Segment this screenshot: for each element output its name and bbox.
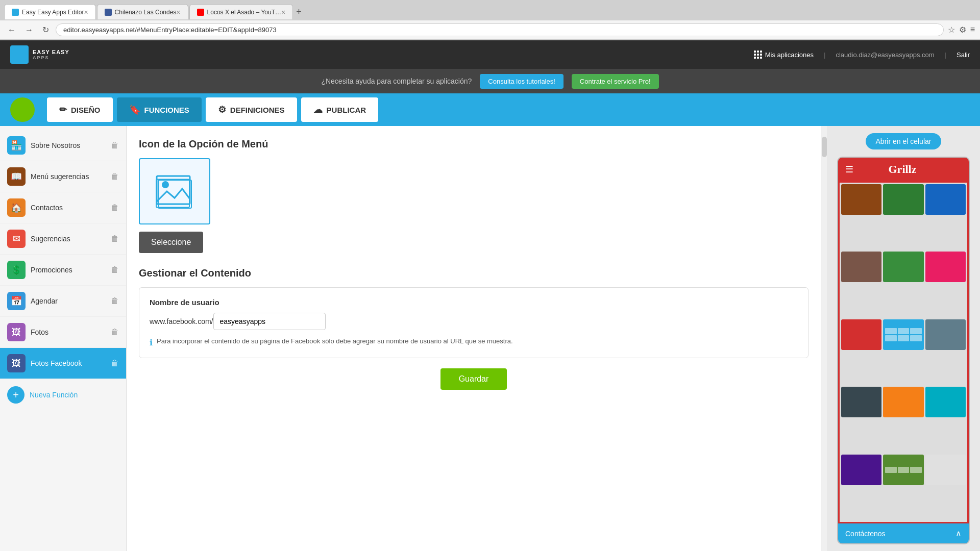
main-layout: 🏪 Sobre Nosotros 🗑 📖 Menú sugerencias 🗑 … bbox=[0, 126, 980, 551]
content-section-title: Gestionar el Contenido bbox=[139, 267, 808, 279]
username-input[interactable] bbox=[213, 313, 326, 330]
back-button[interactable]: ← bbox=[5, 24, 18, 36]
gear-icon: ⚙ bbox=[218, 104, 226, 115]
new-function-item[interactable]: + Nueva Función bbox=[0, 379, 126, 411]
browser-tab-2[interactable]: Chilenazo Las Condes × bbox=[97, 4, 188, 19]
address-input[interactable] bbox=[56, 23, 944, 36]
address-bar-row: ← → ↻ ☆ ⚙ ≡ bbox=[0, 20, 980, 40]
tab-diseno[interactable]: ✏ DISEÑO bbox=[47, 97, 113, 122]
tutorial-button[interactable]: Consulta los tutoriales! bbox=[480, 74, 564, 89]
tab-label-1: Easy Easy Apps Editor bbox=[22, 9, 84, 16]
grid-cell-6 bbox=[925, 252, 966, 282]
new-plus-icon: + bbox=[7, 386, 24, 404]
green-circle-indicator bbox=[10, 97, 35, 122]
fotos-facebook-label: Fotos Facebook bbox=[31, 359, 106, 367]
sidebar: 🏪 Sobre Nosotros 🗑 📖 Menú sugerencias 🗑 … bbox=[0, 126, 127, 551]
refresh-button[interactable]: ↻ bbox=[40, 24, 52, 36]
bookmark-icon[interactable]: ☆ bbox=[948, 25, 955, 35]
my-apps-link[interactable]: Mis aplicaciones bbox=[754, 51, 814, 59]
sidebar-item-fotos-facebook[interactable]: 🖼 Fotos Facebook 🗑 bbox=[0, 348, 126, 379]
phone-menu-icon: ☰ bbox=[845, 164, 853, 175]
browser-tab-bar: Easy Easy Apps Editor × Chilenazo Las Co… bbox=[0, 0, 980, 20]
promociones-icon: 💲 bbox=[7, 261, 26, 279]
fotos-facebook-delete[interactable]: 🗑 bbox=[111, 359, 119, 368]
browser-tab-3[interactable]: Locos X el Asado – YouT… × bbox=[189, 4, 293, 19]
new-tab-button[interactable]: + bbox=[296, 7, 302, 17]
contactos-delete[interactable]: 🗑 bbox=[111, 203, 119, 212]
logo-box bbox=[10, 45, 29, 64]
phone-preview: ☰ Grillz bbox=[837, 157, 970, 544]
agendar-delete[interactable]: 🗑 bbox=[111, 296, 119, 306]
select-icon-button[interactable]: Seleccione bbox=[139, 232, 203, 253]
logout-button[interactable]: Salir bbox=[957, 51, 970, 59]
grid-cell-5 bbox=[883, 252, 923, 282]
sidebar-item-sobre-nosotros[interactable]: 🏪 Sobre Nosotros 🗑 bbox=[0, 130, 126, 161]
phone-app-title: Grillz bbox=[889, 163, 917, 176]
phone-footer: Contáctenos ∧ bbox=[838, 523, 969, 543]
browser-tab-1[interactable]: Easy Easy Apps Editor × bbox=[4, 4, 96, 19]
tab-definiciones[interactable]: ⚙ DEFINICIONES bbox=[206, 97, 297, 122]
header-divider2: | bbox=[945, 51, 946, 59]
sidebar-item-promociones[interactable]: 💲 Promociones 🗑 bbox=[0, 255, 126, 286]
app-logo: EASY EASY APPS bbox=[10, 45, 69, 64]
open-in-phone-button[interactable]: Abrir en el celular bbox=[866, 133, 942, 149]
phone-header: ☰ Grillz bbox=[838, 158, 969, 181]
tab-close-3[interactable]: × bbox=[281, 8, 285, 16]
sugerencias-label: Sugerencias bbox=[31, 235, 106, 243]
content-wrapper: Icon de la Opción de Menú Seleccione Ges… bbox=[127, 126, 827, 551]
promociones-delete[interactable]: 🗑 bbox=[111, 265, 119, 274]
agendar-icon: 📅 bbox=[7, 292, 26, 310]
svg-point-1 bbox=[162, 181, 169, 188]
user-email: claudio.diaz@easyeasyapps.com bbox=[836, 51, 934, 59]
pro-service-button[interactable]: Contrate el servicio Pro! bbox=[572, 74, 659, 89]
sidebar-item-fotos[interactable]: 🖼 Fotos 🗑 bbox=[0, 317, 126, 348]
grid-cell-8 bbox=[883, 319, 923, 350]
sobre-nosotros-delete[interactable]: 🗑 bbox=[111, 141, 119, 150]
grid-cell-1 bbox=[841, 184, 881, 215]
scroll-track[interactable] bbox=[821, 126, 827, 551]
nav-tabs: ✏ DISEÑO 🔖 FUNCIONES ⚙ DEFINICIONES ☁ PU… bbox=[0, 93, 980, 126]
new-function-label: Nueva Función bbox=[30, 391, 78, 399]
url-prefix: www.facebook.com/ bbox=[150, 317, 213, 325]
tab-funciones-label: FUNCIONES bbox=[144, 106, 189, 114]
icon-section-title: Icon de la Opción de Menú bbox=[139, 138, 808, 150]
tag-icon: 🔖 bbox=[129, 104, 140, 115]
fotos-delete[interactable]: 🗑 bbox=[111, 328, 119, 337]
tab-close-2[interactable]: × bbox=[176, 8, 180, 16]
logo-grid bbox=[17, 48, 22, 61]
menu-sugerencias-icon: 📖 bbox=[7, 167, 26, 186]
sidebar-item-agendar[interactable]: 📅 Agendar 🗑 bbox=[0, 286, 126, 317]
header-divider: | bbox=[824, 51, 825, 59]
preview-panel: Abrir en el celular ☰ Grillz bbox=[827, 126, 980, 551]
grid-cell-2 bbox=[883, 184, 923, 215]
tab-close-1[interactable]: × bbox=[84, 8, 88, 16]
fotos-icon: 🖼 bbox=[7, 323, 26, 341]
promociones-label: Promociones bbox=[31, 266, 106, 274]
menu-icon[interactable]: ≡ bbox=[970, 25, 975, 35]
tab-funciones[interactable]: 🔖 FUNCIONES bbox=[117, 97, 202, 122]
scroll-thumb[interactable] bbox=[822, 137, 827, 157]
extension-icon[interactable]: ⚙ bbox=[959, 25, 966, 35]
grid-cell-15 bbox=[925, 455, 966, 485]
app-header: EASY EASY APPS Mis aplicaciones | claudi… bbox=[0, 40, 980, 69]
tab-publicar[interactable]: ☁ PUBLICAR bbox=[301, 97, 379, 122]
sugerencias-icon: ✉ bbox=[7, 230, 26, 248]
tab-label-2: Chilenazo Las Condes bbox=[115, 9, 177, 16]
phone-content-area bbox=[838, 181, 969, 523]
chevron-up-icon: ∧ bbox=[955, 529, 962, 538]
menu-sugerencias-delete[interactable]: 🗑 bbox=[111, 172, 119, 181]
grid-cell-3 bbox=[925, 184, 966, 215]
fotos-label: Fotos bbox=[31, 328, 106, 336]
save-button[interactable]: Guardar bbox=[440, 368, 507, 390]
sidebar-item-menu-sugerencias[interactable]: 📖 Menú sugerencias 🗑 bbox=[0, 161, 126, 192]
help-text: ¿Necesita ayuda para completar su aplica… bbox=[321, 77, 472, 85]
sidebar-item-sugerencias[interactable]: ✉ Sugerencias 🗑 bbox=[0, 223, 126, 255]
sugerencias-delete[interactable]: 🗑 bbox=[111, 234, 119, 243]
grid-cell-12 bbox=[925, 387, 966, 417]
grid-cell-4 bbox=[841, 252, 881, 282]
icon-image-placeholder[interactable] bbox=[139, 158, 210, 224]
agendar-label: Agendar bbox=[31, 297, 106, 305]
forward-button[interactable]: → bbox=[22, 24, 36, 36]
contactos-label: Contactos bbox=[31, 204, 106, 212]
sidebar-item-contactos[interactable]: 🏠 Contactos 🗑 bbox=[0, 192, 126, 223]
